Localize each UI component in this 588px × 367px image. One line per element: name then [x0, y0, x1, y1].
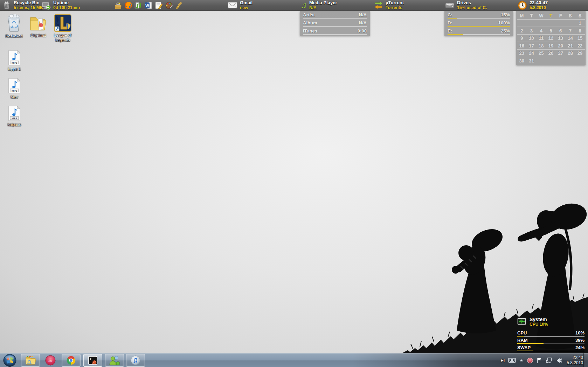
tray-clock[interactable]: 22:40 5.8.2010 [567, 355, 583, 366]
calendar-day: 13 [556, 35, 566, 42]
calendar-day: 19 [546, 42, 556, 50]
system-metric-bar [517, 351, 533, 351]
drive-row-e[interactable]: E: 25% [444, 27, 513, 35]
system-row-swap: SWAP 24% [517, 344, 584, 351]
system-metric-label: RAM [517, 338, 528, 343]
desktop-icon-ohjelmat[interactable]: Ohjelmat [25, 15, 52, 38]
media-row-itunes[interactable]: iTunes 0:00 [300, 27, 370, 35]
widget-drives[interactable]: Drives 15% used of C: [445, 0, 487, 10]
drive-row-d[interactable]: D: 100% [444, 19, 513, 27]
clock-time: 22:40:47 [530, 0, 548, 5]
word-icon[interactable]: W [144, 1, 153, 10]
calendar-weekday: T [546, 12, 556, 20]
calendar-weekday: M [517, 12, 527, 20]
language-indicator[interactable]: FI [501, 358, 505, 363]
calendar-day [517, 20, 527, 27]
calendar-day: 17 [527, 42, 537, 50]
show-hidden-chevron-icon[interactable] [519, 359, 524, 362]
drive-row-c[interactable]: C: 15% [444, 11, 513, 19]
system-monitor-icon [517, 318, 526, 326]
desktop-icon-loppu1[interactable]: MP3 loppu 1 [1, 50, 28, 71]
calendar-day [566, 57, 575, 65]
notes-icon[interactable] [154, 1, 163, 10]
desktop-icon-label: Roskakori [6, 34, 23, 38]
calendar-day: 14 [566, 35, 575, 42]
calendar-day: 8 [575, 27, 585, 35]
network-icon[interactable] [546, 358, 553, 364]
action-center-flag-icon[interactable] [537, 358, 542, 364]
widget-media-player[interactable]: ♫ Media Player N/A [300, 0, 337, 10]
drive-label: D: [448, 20, 452, 26]
utorrent-title: µTorrent [386, 0, 404, 5]
drive-label: C: [448, 12, 452, 17]
widget-recycle-bin[interactable]: Recycle Bin 5 items, 15 MB [2, 0, 43, 10]
itunes-icon [130, 355, 141, 366]
drive-usage: 15% [501, 12, 510, 17]
drive-usage-bar [448, 18, 457, 19]
calendar-day: 7 [566, 27, 575, 35]
firefox-icon[interactable] [124, 1, 133, 10]
start-button[interactable] [3, 354, 17, 367]
calendar-day: 23 [517, 50, 527, 57]
svg-text:MP3: MP3 [12, 61, 17, 64]
taskbar-button-lastfm[interactable]: as [43, 355, 57, 366]
calendar-day [536, 57, 546, 65]
apps-box-icon[interactable] [114, 1, 123, 10]
keyboard-icon[interactable] [508, 358, 516, 363]
media-library-icon[interactable] [134, 1, 143, 10]
status-busy-icon[interactable] [527, 358, 533, 364]
desktop-icon-kaipaus[interactable]: MP3 kaipaus [1, 105, 28, 127]
lastfm-icon: as [45, 355, 56, 366]
media-row-label: Album [303, 20, 317, 26]
calendar-weekday: S [575, 12, 585, 20]
taskbar-button-chrome[interactable] [62, 354, 81, 367]
calendar-day: 15 [575, 35, 585, 42]
desktop-icon-mev[interactable]: MP3 Mev [1, 78, 28, 99]
calendar-day: 26 [546, 50, 556, 57]
calendar-weekday: W [536, 12, 546, 20]
gmail-title: Gmail [240, 0, 253, 5]
calendar-day: 30 [517, 57, 527, 65]
widget-gmail[interactable]: Gmail new [228, 0, 253, 10]
drive-usage: 25% [501, 28, 510, 34]
desktop-icon-league-of-legends[interactable]: League of Legends [49, 14, 76, 42]
paint-icon[interactable] [165, 1, 173, 10]
widget-uptime[interactable]: Uptime 0d 10h 21min [41, 0, 80, 10]
mp3-file-icon: MP3 [7, 78, 21, 94]
desktop-icon-roskakori[interactable]: Roskakori [0, 14, 28, 38]
drive-usage: 100% [498, 20, 510, 26]
calendar-day: 6 [556, 27, 566, 35]
calendar-day [546, 20, 556, 27]
calendar-day [546, 57, 556, 65]
show-desktop-button[interactable] [583, 353, 588, 367]
calendar-day: 10 [527, 35, 537, 42]
volume-icon[interactable] [556, 358, 563, 364]
taskbar-button-explorer[interactable] [21, 354, 40, 367]
clock-icon [518, 1, 527, 10]
widget-utorrent[interactable]: µTorrent Torrents [374, 0, 404, 10]
calendar-day: 16 [517, 42, 527, 50]
drives-panel: C: 15% D: 100% E: 25% [444, 11, 513, 36]
system-metric-value: 10% [575, 330, 584, 336]
calendar-panel: MTWTFSS123456789101112131415161718192021… [516, 11, 586, 65]
media-row-album: Album N/A [300, 19, 370, 27]
drives-status: 15% used of C: [457, 5, 487, 10]
taskbar-button-messenger[interactable] [105, 354, 124, 367]
widget-clock[interactable]: 22:40:47 5.8.2010 [518, 0, 548, 10]
taskbar-button-itunes[interactable] [126, 354, 145, 367]
chrome-icon [66, 355, 76, 366]
svg-text:as: as [49, 358, 53, 363]
folder-icon [29, 15, 47, 32]
taskbar-button-console[interactable]: >_ [83, 354, 102, 367]
taskbar: as >_ [0, 353, 588, 367]
calendar-day: 29 [575, 50, 585, 57]
recycle-bin-icon [2, 1, 11, 10]
system-metric-label: CPU [517, 330, 527, 336]
clean-icon[interactable] [175, 1, 184, 10]
system-metric-label: SWAP [517, 345, 531, 350]
windows-start-orb-icon [3, 354, 17, 367]
msn-messenger-icon [109, 355, 120, 366]
svg-text:>_: >_ [90, 358, 94, 361]
gmail-status: new [240, 5, 253, 10]
windows-explorer-icon [25, 355, 36, 366]
